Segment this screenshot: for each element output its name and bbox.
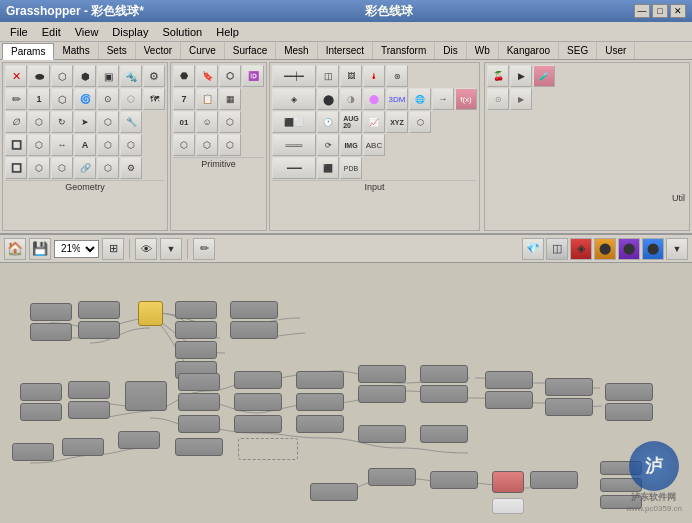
input-btn-21[interactable]: ⟳ — [317, 134, 339, 156]
node-28[interactable] — [420, 365, 468, 383]
draw-btn[interactable]: ✏ — [193, 238, 215, 260]
geo-btn-12[interactable]: ⊙ — [97, 88, 119, 110]
prim-btn-6[interactable]: 📋 — [196, 88, 218, 110]
input-btn-11[interactable]: 🌐 — [409, 88, 431, 110]
input-btn-24[interactable]: ━━━ — [272, 157, 316, 179]
geo-btn-7[interactable]: ⚙ — [143, 65, 165, 87]
input-btn-1[interactable]: ━━┿━ — [272, 65, 316, 87]
node-6[interactable] — [175, 321, 217, 339]
node-30[interactable] — [420, 425, 468, 443]
node-40[interactable] — [175, 438, 223, 456]
geo-btn-4[interactable]: ⬢ — [74, 65, 96, 87]
input-btn-17[interactable]: 📈 — [363, 111, 385, 133]
prim-btn-12[interactable]: ⬡ — [196, 134, 218, 156]
tab-surface[interactable]: Surface — [225, 42, 276, 59]
node-31[interactable] — [485, 371, 533, 389]
geo-btn-23[interactable]: ↔ — [51, 134, 73, 156]
geo-btn-27[interactable]: 🔲 — [5, 157, 27, 179]
node-white-1[interactable] — [492, 498, 524, 514]
node-19[interactable] — [234, 371, 282, 389]
zoom-fit-btn[interactable]: ⊞ — [102, 238, 124, 260]
input-btn-23[interactable]: ABC — [363, 134, 385, 156]
node-5[interactable] — [175, 301, 217, 319]
geo-btn-28[interactable]: ⬡ — [28, 157, 50, 179]
node-16[interactable] — [178, 373, 220, 391]
tab-params[interactable]: Params — [2, 43, 54, 60]
geo-btn-25[interactable]: ⬡ — [97, 134, 119, 156]
node-10[interactable] — [230, 321, 278, 339]
prim-btn-4[interactable]: 🆔 — [242, 65, 264, 87]
tab-vector[interactable]: Vector — [136, 42, 181, 59]
geo-btn-1[interactable]: ✕ — [5, 65, 27, 87]
input-btn-9[interactable]: ⬤ — [363, 88, 385, 110]
input-btn-22[interactable]: IMG — [340, 134, 362, 156]
node-37[interactable] — [12, 443, 54, 461]
tab-kangaroo[interactable]: Kangaroo — [499, 42, 559, 59]
geo-btn-15[interactable]: ∅ — [5, 111, 27, 133]
canvas-r-btn5[interactable]: ⬤ — [618, 238, 640, 260]
close-button[interactable]: ✕ — [670, 4, 686, 18]
geo-btn-16[interactable]: ⬡ — [28, 111, 50, 133]
geo-btn-32[interactable]: ⚙ — [120, 157, 142, 179]
input-btn-2[interactable]: ◫ — [317, 65, 339, 87]
input-btn-3[interactable]: 🖼 — [340, 65, 362, 87]
geo-btn-26[interactable]: ⬡ — [120, 134, 142, 156]
geo-btn-3[interactable]: ⬡ — [51, 65, 73, 87]
eye-btn[interactable]: 👁 — [135, 238, 157, 260]
prim-btn-10[interactable]: ⬡ — [219, 111, 241, 133]
canvas-area[interactable]: 泸 泸东软件网 www.pc0359.cn — [0, 263, 692, 523]
tab-wb[interactable]: Wb — [467, 42, 499, 59]
geo-btn-10[interactable]: ⬡ — [51, 88, 73, 110]
util-btn-3[interactable]: 🧪 — [533, 65, 555, 87]
node-39[interactable] — [118, 431, 160, 449]
node-21[interactable] — [234, 415, 282, 433]
input-btn-12[interactable]: → — [432, 88, 454, 110]
menu-view[interactable]: View — [69, 24, 105, 40]
node-38[interactable] — [62, 438, 104, 456]
node-29[interactable] — [420, 385, 468, 403]
node-45[interactable] — [530, 471, 578, 489]
zoom-select[interactable]: 21% — [54, 240, 99, 258]
input-btn-16[interactable]: AUG20 — [340, 111, 362, 133]
util-btn-2[interactable]: ▶ — [510, 65, 532, 87]
util-btn-1[interactable]: 🍒 — [487, 65, 509, 87]
geo-btn-22[interactable]: ⬡ — [28, 134, 50, 156]
prim-btn-5[interactable]: 7 — [173, 88, 195, 110]
geo-btn-2[interactable]: ⬬ — [28, 65, 50, 87]
node-33[interactable] — [545, 378, 593, 396]
tab-user[interactable]: User — [597, 42, 635, 59]
node-44[interactable] — [430, 471, 478, 489]
input-btn-14[interactable]: ⬛⬜ — [272, 111, 316, 133]
node-11[interactable] — [20, 383, 62, 401]
geo-btn-5[interactable]: ▣ — [97, 65, 119, 87]
node-20[interactable] — [234, 393, 282, 411]
menu-file[interactable]: File — [4, 24, 34, 40]
node-42[interactable] — [310, 483, 358, 501]
node-13[interactable] — [20, 403, 62, 421]
canvas-save-btn[interactable]: 💾 — [29, 238, 51, 260]
util-btn-5[interactable]: ▶ — [510, 88, 532, 110]
canvas-r-btn4[interactable]: ⬤ — [594, 238, 616, 260]
geo-btn-13[interactable]: ⬡ — [120, 88, 142, 110]
input-btn-6[interactable]: ◈ — [272, 88, 316, 110]
node-3[interactable] — [30, 323, 72, 341]
menu-display[interactable]: Display — [106, 24, 154, 40]
menu-solution[interactable]: Solution — [156, 24, 208, 40]
node-14[interactable] — [68, 401, 110, 419]
geo-btn-18[interactable]: ➤ — [74, 111, 96, 133]
geo-btn-14[interactable]: 🗺 — [143, 88, 165, 110]
eye-options-btn[interactable]: ▼ — [160, 238, 182, 260]
prim-btn-1[interactable]: ⬣ — [173, 65, 195, 87]
prim-btn-11[interactable]: ⬡ — [173, 134, 195, 156]
geo-btn-30[interactable]: 🔗 — [74, 157, 96, 179]
geo-btn-20[interactable]: 🔧 — [120, 111, 142, 133]
canvas-r-btn1[interactable]: 💎 — [522, 238, 544, 260]
prim-btn-8[interactable]: 01 — [173, 111, 195, 133]
node-25[interactable] — [358, 365, 406, 383]
input-btn-20[interactable]: ═══ — [272, 134, 316, 156]
menu-edit[interactable]: Edit — [36, 24, 67, 40]
input-btn-18[interactable]: XYZ — [386, 111, 408, 133]
node-41[interactable] — [238, 438, 298, 460]
geo-btn-29[interactable]: ⬡ — [51, 157, 73, 179]
node-18[interactable] — [178, 415, 220, 433]
